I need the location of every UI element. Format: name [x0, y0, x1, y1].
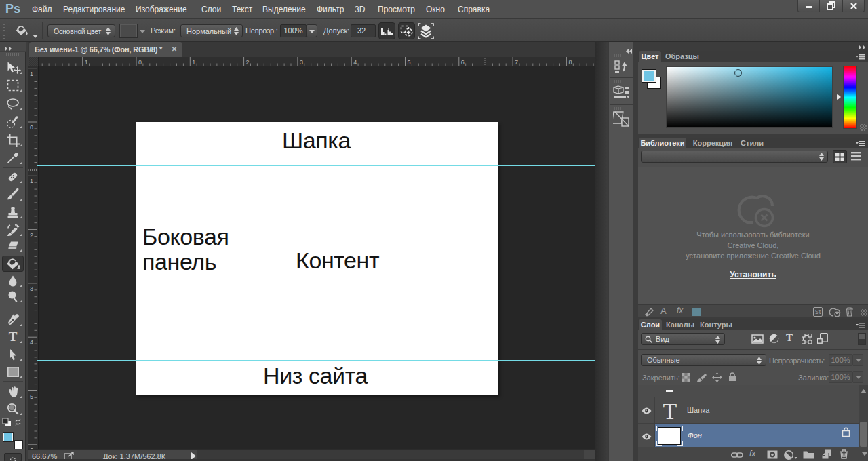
svg-text:2: 2: [30, 232, 33, 239]
svg-text:3: 3: [30, 285, 33, 292]
svg-text:5: 5: [30, 393, 33, 400]
svg-text:T: T: [9, 330, 18, 344]
svg-text:T: T: [663, 399, 677, 421]
svg-text:3: 3: [300, 59, 303, 66]
svg-text:8: 8: [568, 59, 572, 66]
svg-text:1: 1: [30, 71, 33, 77]
svg-text:1: 1: [85, 59, 88, 66]
svg-text:2: 2: [246, 59, 250, 66]
svg-text:6: 6: [461, 59, 465, 66]
svg-text:1: 1: [30, 178, 33, 184]
svg-text:5: 5: [408, 59, 411, 66]
svg-text:7: 7: [515, 59, 518, 66]
svg-text:1: 1: [192, 59, 195, 66]
svg-text:0: 0: [138, 59, 142, 66]
svg-text:4: 4: [30, 339, 33, 346]
svg-text:0: 0: [30, 124, 33, 131]
svg-text:4: 4: [353, 59, 357, 66]
